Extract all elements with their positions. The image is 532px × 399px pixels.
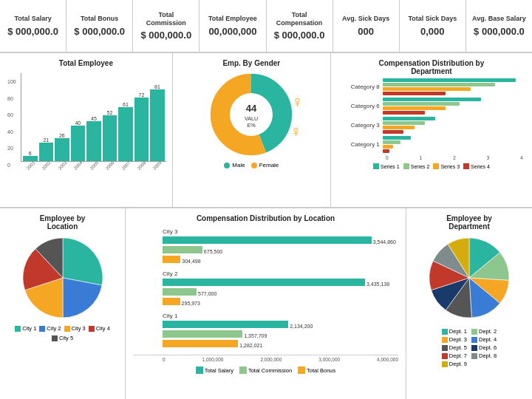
charts-area: Total Employee 100 80 60 40 20 0 6212640… [0,53,532,399]
dept-legend-item-3: Dept. 4 [471,336,497,343]
dept-legend-item-0: Dept. 1 [442,328,467,335]
kpi-item-6: Total Sick Days0,000 [400,0,466,52]
bar-wrapper-7: 72 [134,92,149,161]
comp-loc-legend-0: Total Salary [196,366,233,374]
dept-panel: Employee byDepartment Dept. 1Dept. 2Dept… [406,208,532,399]
comp-loc-legend-2: Total Bonus [298,366,335,374]
location-legend-item-1: City 2 [39,325,61,332]
bar-5 [103,115,117,161]
dept-legend-item-6: Dept. 7 [442,352,467,359]
bar-1 [39,143,54,161]
comp-bar-3-2 [383,145,393,149]
location-legend-item-0: City 1 [15,325,36,332]
female-dot [251,163,257,168]
loc-bar-fill-0-1 [163,246,202,253]
comp-location-panel: Compensation Distribution by Location Ci… [126,208,406,399]
comp-bar-1-3 [383,111,425,115]
dept-legend: Dept. 1Dept. 2Dept. 3Dept. 4Dept. 5Dept.… [442,325,497,367]
male-legend: Male [224,162,245,168]
kpi-value-3: 00,000,000 [208,26,256,37]
comp-dist-row-1: Category 6 [340,98,523,115]
kpi-item-0: Total Salary$ 000,000.0 [0,0,66,52]
loc-bar-fill-0-2 [163,256,180,263]
kpi-item-4: Total Compensation$ 000,000.0 [267,0,333,52]
comp-bar-0-0 [383,78,516,82]
bar-wrapper-6: 61 [118,102,133,161]
bar-wrapper-4: 45 [86,116,101,161]
dept-legend-item-2: Dept. 3 [442,336,467,343]
loc-bar-row-1-2: 295,973 [133,298,398,307]
dashboard: Total Salary$ 000,000.0Total Bonus$ 000,… [0,0,532,399]
bar-2 [55,138,69,161]
comp-bar-0-3 [383,92,446,95]
bar-7 [134,98,149,161]
gender-title: Emp. By Gender [179,59,324,67]
loc-bar-group-0: City 33,544,860675,500304,498 [133,228,398,265]
location-legend-item-2: City 3 [64,325,86,332]
dept-pie-container: Dept. 1Dept. 2Dept. 3Dept. 4Dept. 5Dept.… [412,233,526,367]
kpi-item-7: Avg. Base Salary$ 000,000.0 [466,0,532,52]
location-pie-svg [18,233,107,322]
kpi-value-7: $ 000,000.0 [474,26,525,37]
kpi-value-4: $ 000,000.0 [274,30,325,41]
comp-bar-2-2 [383,126,415,129]
loc-bar-row-2-1: 1,357,709 [133,330,398,339]
loc-bar-fill-1-2 [163,298,180,305]
loc-bar-fill-2-2 [163,340,238,347]
kpi-row: Total Salary$ 000,000.0Total Bonus$ 000,… [0,0,532,53]
location-pie-container: City 1City 2City 3City 4City 5 [6,233,119,341]
bar-wrapper-5: 52 [103,110,117,161]
dept-legend-item-1: Dept. 2 [471,328,497,335]
kpi-value-2: $ 000,000.0 [140,30,191,41]
bar-8 [150,89,165,161]
location-legend-item-3: City 4 [89,325,110,332]
total-employee-title: Total Employee [6,59,166,67]
svg-text:44: 44 [246,103,257,114]
comp-dist-row-2: Category 3 [340,117,523,134]
comp-dist-title: Compensation Distribution byDepartment [337,59,526,75]
loc-bar-fill-0-0 [163,236,372,244]
comp-bar-2-3 [383,130,404,134]
location-panel: Employee byLocation City 1City 2City 3Ci… [0,208,126,399]
location-title: Employee byLocation [6,214,119,231]
bar-wrapper-1: 21 [39,137,54,161]
kpi-label-6: Total Sick Days [408,15,457,23]
top-charts: Total Employee 100 80 60 40 20 0 6212640… [0,53,532,208]
loc-bar-fill-1-1 [163,288,197,296]
comp-location-chart: City 33,544,860675,500304,498City 23,435… [132,225,400,377]
dept-title: Employee byDepartment [412,214,526,231]
kpi-label-7: Avg. Base Salary [472,15,526,23]
bar-3 [71,126,86,161]
kpi-value-0: $ 000,000.0 [7,26,58,37]
comp-bar-2-0 [383,117,435,120]
comp-loc-legend-1: Total Commission [239,366,292,374]
kpi-item-2: Total Commission$ 000,000.0 [133,0,200,52]
donut-container: 44 VALU E% ♀ ♀ Male [179,70,324,185]
loc-bar-group-2: City 12,134,2001,357,7091,282,021 [133,313,398,349]
gender-donut-svg: 44 VALU E% [207,70,296,159]
kpi-label-2: Total Commission [139,11,193,27]
kpi-label-3: Total Employee [208,15,257,23]
kpi-value-1: $ 000,000.0 [74,26,125,37]
female-legend: Female [251,162,279,168]
loc-bar-row-0-0: 3,544,860 [133,236,398,245]
dept-legend-item-8: Dept. 9 [442,361,467,367]
gender-legend: Male Female [224,162,279,168]
comp-dist-row-0: Category 8 [340,78,523,95]
loc-bar-row-0-1: 675,500 [133,246,398,255]
comp-dist-row-3: Category 1 [340,136,523,153]
loc-bar-row-2-0: 2,134,200 [133,321,398,330]
bottom-charts: Employee byLocation City 1City 2City 3Ci… [0,208,532,399]
comp-bar-0-2 [383,87,471,91]
comp-location-title: Compensation Distribution by Location [132,214,400,222]
location-legend: City 1City 2City 3City 4City 5 [6,325,119,341]
bar-4 [86,121,101,161]
kpi-item-1: Total Bonus$ 000,000.0 [66,0,133,52]
male-dot [224,163,230,168]
kpi-value-6: 0,000 [420,26,445,37]
kpi-item-5: Avg. Sick Days000 [333,0,400,52]
bar-wrapper-8: 81 [150,84,165,161]
female-icon: ♀ [291,92,304,112]
loc-bar-fill-2-0 [163,321,288,328]
loc-bar-fill-1-0 [163,279,365,286]
